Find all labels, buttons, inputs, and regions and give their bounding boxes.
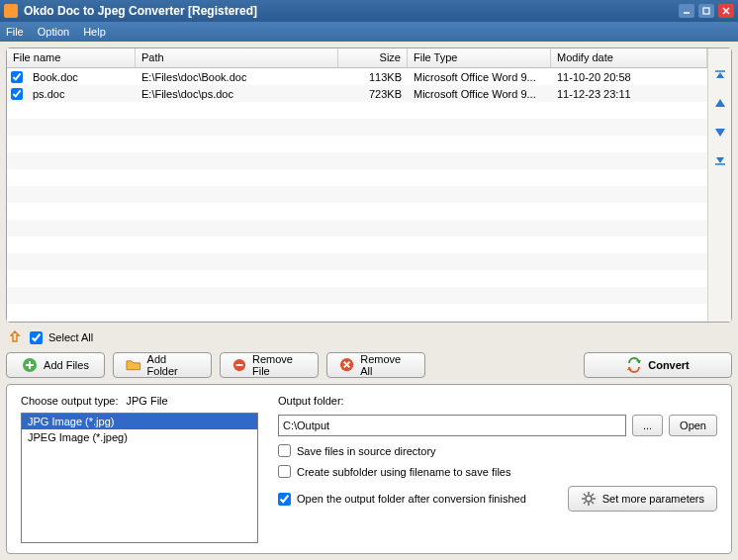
- remove-file-label: Remove File: [252, 353, 306, 377]
- cell-size: 723KB: [338, 88, 408, 100]
- output-list-item[interactable]: JPG Image (*.jpg): [22, 414, 257, 429]
- convert-button[interactable]: Convert: [584, 352, 732, 378]
- action-button-row: Add Files Add Folder Remove File Remove …: [6, 352, 732, 378]
- open-after-checkbox[interactable]: [278, 493, 291, 506]
- row-checkbox[interactable]: [11, 71, 23, 83]
- cell-date: 11-10-20 20:58: [551, 71, 707, 83]
- output-type-section: Choose output type: JPG File JPG Image (…: [21, 395, 258, 543]
- folder-icon: [126, 357, 141, 373]
- browse-button[interactable]: ...: [632, 415, 663, 436]
- cell-path: E:\Files\doc\ps.doc: [136, 88, 338, 100]
- add-folder-label: Add Folder: [147, 353, 199, 377]
- col-modifydate[interactable]: Modify date: [551, 48, 707, 67]
- more-params-label: Set more parameters: [602, 493, 704, 505]
- svg-line-27: [592, 494, 594, 496]
- table-row[interactable]: Book.docE:\Files\doc\Book.doc113KBMicros…: [7, 68, 707, 85]
- add-folder-button[interactable]: Add Folder: [113, 352, 212, 378]
- row-checkbox[interactable]: [11, 88, 23, 100]
- output-list-item[interactable]: JPEG Image (*.jpeg): [22, 429, 257, 445]
- move-down-button[interactable]: [712, 124, 728, 140]
- move-bottom-button[interactable]: [712, 151, 728, 167]
- up-folder-icon[interactable]: [10, 330, 24, 344]
- add-files-button[interactable]: Add Files: [6, 352, 105, 378]
- create-subfolder-checkbox[interactable]: [278, 465, 291, 478]
- remove-all-button[interactable]: Remove All: [326, 352, 425, 378]
- cell-date: 11-12-23 23:11: [551, 88, 707, 100]
- table-row[interactable]: ps.docE:\Files\doc\ps.doc723KBMicrosoft …: [7, 85, 707, 102]
- minimize-button[interactable]: [679, 4, 694, 18]
- svg-line-25: [584, 494, 586, 496]
- svg-marker-7: [715, 129, 725, 137]
- save-source-checkbox[interactable]: [278, 444, 291, 457]
- cell-type: Microsoft Office Word 9...: [408, 71, 551, 83]
- open-after-label: Open the output folder after conversion …: [297, 493, 526, 505]
- window-title: Okdo Doc to Jpeg Converter [Registered]: [24, 4, 675, 18]
- reorder-sidebar: [707, 48, 731, 322]
- svg-line-28: [584, 502, 586, 504]
- svg-line-26: [592, 502, 594, 504]
- cell-path: E:\Files\doc\Book.doc: [136, 71, 338, 83]
- select-all-checkbox[interactable]: [30, 331, 43, 344]
- col-filetype[interactable]: File Type: [408, 48, 551, 67]
- svg-marker-6: [715, 99, 725, 107]
- cell-filename: Book.doc: [27, 71, 136, 83]
- menu-option[interactable]: Option: [38, 26, 69, 38]
- cell-filename: ps.doc: [27, 88, 136, 100]
- app-icon: [4, 4, 18, 18]
- file-table-body[interactable]: Book.docE:\Files\doc\Book.doc113KBMicros…: [7, 68, 707, 322]
- file-list-panel: File name Path Size File Type Modify dat…: [6, 47, 732, 323]
- output-folder-section: Output folder: ... Open Save files in so…: [278, 395, 717, 543]
- convert-label: Convert: [648, 359, 690, 371]
- cell-size: 113KB: [338, 71, 408, 83]
- cell-type: Microsoft Office Word 9...: [408, 88, 551, 100]
- minus-icon: [232, 357, 246, 373]
- output-type-label: Choose output type:: [21, 395, 118, 407]
- open-folder-button[interactable]: Open: [669, 415, 717, 436]
- x-icon: [339, 357, 354, 373]
- svg-rect-1: [703, 8, 709, 14]
- set-more-parameters-button[interactable]: Set more parameters: [568, 486, 717, 512]
- maximize-button[interactable]: [698, 4, 714, 18]
- file-table-header: File name Path Size File Type Modify dat…: [7, 48, 707, 68]
- remove-file-button[interactable]: Remove File: [220, 352, 319, 378]
- svg-marker-8: [716, 157, 724, 163]
- convert-icon: [626, 357, 642, 373]
- output-type-current: JPG File: [126, 395, 167, 407]
- col-path[interactable]: Path: [136, 48, 338, 67]
- select-all-row: Select All: [6, 328, 732, 346]
- menu-file[interactable]: File: [6, 26, 24, 38]
- output-panel: Choose output type: JPG File JPG Image (…: [6, 384, 732, 554]
- save-source-label: Save files in source directory: [297, 445, 436, 457]
- output-type-list[interactable]: JPG Image (*.jpg)JPEG Image (*.jpeg): [21, 413, 258, 543]
- menu-help[interactable]: Help: [83, 26, 106, 38]
- close-button[interactable]: [718, 4, 734, 18]
- output-folder-label: Output folder:: [278, 395, 717, 407]
- col-size[interactable]: Size: [338, 48, 408, 67]
- menubar: File Option Help: [0, 22, 738, 42]
- col-filename[interactable]: File name: [7, 48, 136, 67]
- move-up-button[interactable]: [712, 96, 728, 112]
- select-all-label: Select All: [48, 331, 93, 343]
- output-folder-input[interactable]: [278, 415, 626, 436]
- gear-icon: [581, 491, 597, 507]
- svg-point-20: [586, 496, 592, 502]
- titlebar: Okdo Doc to Jpeg Converter [Registered]: [0, 0, 738, 22]
- add-files-label: Add Files: [44, 359, 89, 371]
- move-top-button[interactable]: [712, 68, 728, 84]
- create-subfolder-label: Create subfolder using filename to save …: [297, 466, 510, 478]
- remove-all-label: Remove All: [360, 353, 413, 377]
- svg-marker-5: [716, 72, 724, 78]
- plus-icon: [22, 357, 38, 373]
